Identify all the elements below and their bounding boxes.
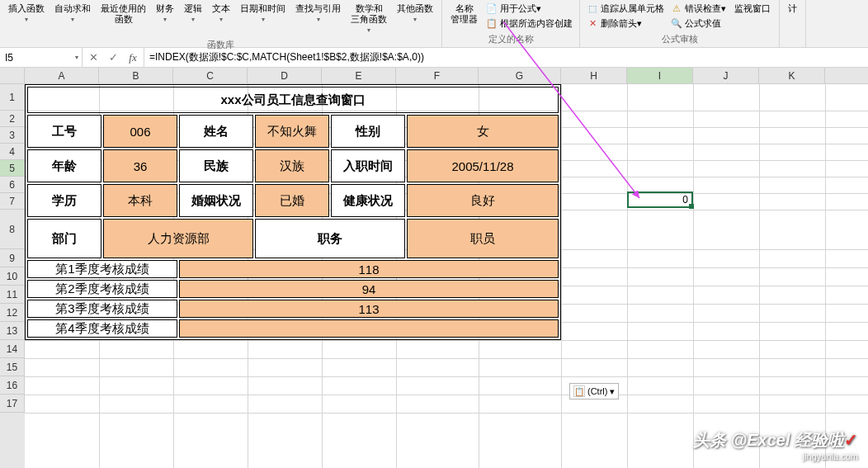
val-age[interactable]: 36 (103, 149, 177, 182)
create-from-selection-button[interactable]: 📋根据所选内容创建 (483, 17, 576, 31)
lbl-gender: 性别 (331, 115, 405, 148)
chevron-down-icon: ▾ (75, 54, 78, 61)
row-14[interactable]: 14 (0, 340, 25, 358)
row-8[interactable]: 8 (0, 210, 25, 249)
eval-icon: 🔍 (671, 18, 682, 30)
calc-button[interactable]: 计 (783, 2, 802, 16)
cell-grid[interactable]: xxx公司员工信息查询窗口 工号 006 姓名 不知火舞 性别 女 年龄 36 … (25, 84, 868, 468)
select-all-corner[interactable] (0, 68, 25, 83)
row-16[interactable]: 16 (0, 376, 25, 395)
paste-options-tag[interactable]: 📋 (Ctrl) ▾ (569, 383, 619, 399)
lbl-q3: 第3季度考核成绩 (27, 300, 177, 318)
lbl-dept: 部门 (27, 219, 101, 258)
lbl-health: 健康状况 (331, 184, 405, 217)
val-marital[interactable]: 已婚 (255, 184, 329, 217)
val-edu[interactable]: 本科 (103, 184, 177, 217)
datetime-button[interactable]: 日期和时间▾ (235, 2, 290, 26)
active-cell-I5[interactable]: 0 (627, 191, 693, 208)
val-health[interactable]: 良好 (407, 184, 559, 217)
math-button[interactable]: 数学和 三角函数▾ (346, 2, 392, 37)
lbl-edu: 学历 (27, 184, 101, 217)
col-B[interactable]: B (99, 68, 173, 83)
col-H[interactable]: H (561, 68, 627, 83)
insert-function-button[interactable]: 插入函数▾ (3, 2, 50, 26)
lbl-q4: 第4季度考核成绩 (27, 319, 177, 338)
col-G[interactable]: G (479, 68, 561, 83)
val-hire[interactable]: 2005/11/28 (407, 149, 559, 182)
row-15[interactable]: 15 (0, 358, 25, 376)
column-headers: A B C D E F G H I J K (0, 68, 868, 84)
col-K[interactable]: K (759, 68, 825, 83)
val-dept[interactable]: 人力资源部 (103, 219, 253, 258)
name-manager-button[interactable]: 名称 管理器 (446, 2, 483, 26)
other-functions-button[interactable]: 其他函数▾ (392, 2, 438, 26)
val-q3[interactable]: 113 (179, 300, 559, 318)
trace-dependents-button[interactable]: ⬚追踪从属单元格 (583, 2, 668, 16)
val-id[interactable]: 006 (103, 115, 177, 148)
col-E[interactable]: E (322, 68, 396, 83)
val-gender[interactable]: 女 (407, 115, 559, 148)
col-I[interactable]: I (627, 68, 693, 83)
financial-button[interactable]: 财务▾ (151, 2, 179, 26)
evaluate-formula-button[interactable]: 🔍公式求值 (668, 17, 729, 31)
col-F[interactable]: F (396, 68, 479, 83)
recent-functions-button[interactable]: 最近使用的 函数 (96, 2, 151, 26)
row-2[interactable]: 2 (0, 111, 25, 127)
col-D[interactable]: D (248, 68, 322, 83)
row-5[interactable]: 5 (0, 160, 25, 177)
formula-input[interactable]: =INDEX(数据源!$C:$C,MATCH(Sheet1!$B$2,数据源!$… (144, 48, 868, 67)
lbl-q1: 第1季度考核成绩 (27, 260, 177, 278)
val-title[interactable]: 职员 (407, 219, 559, 258)
val-name[interactable]: 不知火舞 (255, 115, 329, 148)
row-4[interactable]: 4 (0, 144, 25, 160)
row-headers: 1234567891011121314151617 (0, 84, 25, 468)
col-C[interactable]: C (173, 68, 248, 83)
spreadsheet: A B C D E F G H I J K 123456789101112131… (0, 68, 868, 468)
row-13[interactable]: 13 (0, 322, 25, 340)
row-11[interactable]: 11 (0, 286, 25, 304)
create-icon: 📋 (486, 18, 498, 30)
row-6[interactable]: 6 (0, 177, 25, 193)
row-7[interactable]: 7 (0, 193, 25, 210)
group-label-audit: 公式审核 (662, 31, 698, 47)
col-J[interactable]: J (693, 68, 759, 83)
val-q2[interactable]: 94 (179, 280, 559, 298)
formula-bar: I5▾ ✕ ✓ fx =INDEX(数据源!$C:$C,MATCH(Sheet1… (0, 48, 868, 68)
row-12[interactable]: 12 (0, 304, 25, 322)
lbl-title: 职务 (255, 219, 405, 258)
text-button[interactable]: 文本▾ (207, 2, 235, 26)
formula-icon: 📄 (486, 3, 498, 15)
use-in-formula-button[interactable]: 📄用于公式 ▾ (483, 2, 576, 16)
error-check-button[interactable]: ⚠错误检查 ▾ (668, 2, 729, 16)
paste-icon: 📋 (573, 385, 585, 397)
logical-button[interactable]: 逻辑▾ (179, 2, 207, 26)
lbl-name: 姓名 (179, 115, 253, 148)
val-q4[interactable] (179, 319, 559, 338)
table-title: xxx公司员工信息查询窗口 (27, 87, 559, 113)
remove-arrows-button[interactable]: ✕删除箭头 ▾ (583, 17, 668, 31)
fx-button[interactable]: fx (125, 50, 140, 65)
lookup-button[interactable]: 查找与引用▾ (290, 2, 346, 26)
group-label-names: 定义的名称 (488, 31, 534, 47)
autosum-button[interactable]: 自动求和▾ (50, 2, 96, 26)
val-q1[interactable]: 118 (179, 260, 559, 278)
lbl-q2: 第2季度考核成绩 (27, 280, 177, 298)
val-ethnic[interactable]: 汉族 (255, 149, 329, 182)
col-A[interactable]: A (25, 68, 99, 83)
enter-formula-button[interactable]: ✓ (106, 50, 120, 65)
lbl-age: 年龄 (27, 149, 101, 182)
row-17[interactable]: 17 (0, 395, 25, 413)
row-1[interactable]: 1 (0, 84, 25, 111)
error-icon: ⚠ (671, 3, 682, 15)
name-box[interactable]: I5▾ (0, 48, 83, 67)
watch-window-button[interactable]: 监视窗口 (729, 2, 776, 16)
watermark: 头条 @Excel 经验啦✓ jingyanla.com (693, 429, 858, 461)
lbl-ethnic: 民族 (179, 149, 253, 182)
lbl-marital: 婚姻状况 (179, 184, 253, 217)
ribbon: 插入函数▾ 自动求和▾ 最近使用的 函数 财务▾ 逻辑▾ 文本▾ 日期和时间▾ … (0, 0, 868, 48)
fill-handle[interactable] (689, 204, 694, 209)
cancel-formula-button[interactable]: ✕ (86, 50, 101, 65)
row-10[interactable]: 10 (0, 267, 25, 286)
row-9[interactable]: 9 (0, 249, 25, 267)
row-3[interactable]: 3 (0, 127, 25, 144)
